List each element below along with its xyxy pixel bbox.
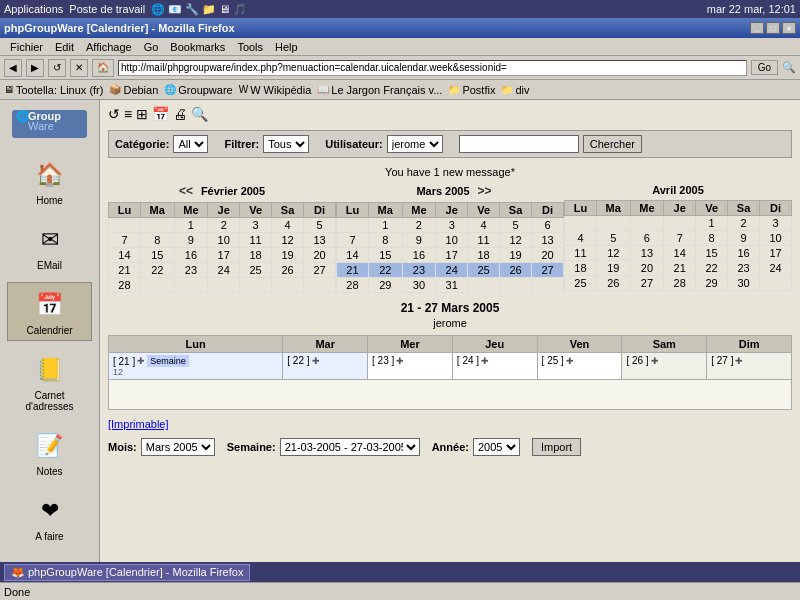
cal-day[interactable]: 4 xyxy=(565,231,597,246)
refresh-icon[interactable]: ↺ xyxy=(108,106,120,122)
bookmark-div[interactable]: 📁 div xyxy=(501,84,529,96)
cal-day[interactable]: 5 xyxy=(304,218,336,233)
cal-day[interactable] xyxy=(630,216,664,231)
forward-button[interactable]: ▶ xyxy=(26,59,44,77)
os-poste[interactable]: Poste de travail xyxy=(69,3,145,15)
cal-day[interactable]: 6 xyxy=(630,231,664,246)
semaine-select[interactable]: 21-03-2005 - 27-03-2005 xyxy=(280,438,420,456)
search-input[interactable] xyxy=(459,135,579,153)
cal-day[interactable]: 8 xyxy=(140,233,174,248)
cal-day[interactable]: 7 xyxy=(109,233,141,248)
chercher-button[interactable]: Chercher xyxy=(583,135,642,153)
cal-day[interactable] xyxy=(664,216,696,231)
cal-day[interactable]: 7 xyxy=(337,233,369,248)
close-button[interactable]: × xyxy=(782,22,796,34)
cal-day[interactable]: 27 xyxy=(532,263,564,278)
cal-day[interactable]: 13 xyxy=(304,233,336,248)
cal-day[interactable]: 11 xyxy=(240,233,272,248)
bookmark-groupware[interactable]: 🌐 Groupware xyxy=(164,84,232,96)
cal-day[interactable]: 20 xyxy=(532,248,564,263)
cal-day[interactable]: 16 xyxy=(402,248,436,263)
cal-day[interactable] xyxy=(596,216,630,231)
cal-day[interactable]: 12 xyxy=(596,246,630,261)
cal-day[interactable]: 5 xyxy=(596,231,630,246)
cal-day[interactable]: 12 xyxy=(272,233,304,248)
menu-fichier[interactable]: Fichier xyxy=(4,40,49,54)
cal-day[interactable]: 29 xyxy=(696,276,728,291)
cal-day[interactable]: 29 xyxy=(368,278,402,293)
menu-bookmarks[interactable]: Bookmarks xyxy=(164,40,231,54)
fevrier-prev-arrow[interactable]: << xyxy=(179,184,193,198)
menu-tools[interactable]: Tools xyxy=(231,40,269,54)
cal-day[interactable]: 23 xyxy=(728,261,760,276)
cal-day[interactable] xyxy=(760,276,792,291)
cal-day[interactable] xyxy=(208,278,240,293)
cal-day[interactable]: 13 xyxy=(532,233,564,248)
cal-day[interactable]: 25 xyxy=(240,263,272,278)
week-day-21[interactable]: [ 21 ] ✚ Semaine 12 xyxy=(109,353,283,380)
cal-day[interactable]: 23 xyxy=(174,263,208,278)
week-day-27[interactable]: [ 27 ] ✚ xyxy=(707,353,792,380)
cal-day[interactable]: 28 xyxy=(337,278,369,293)
cal-day[interactable]: 14 xyxy=(337,248,369,263)
cal-day[interactable]: 12 xyxy=(500,233,532,248)
cal-day[interactable]: 24 xyxy=(208,263,240,278)
cal-day[interactable]: 25 xyxy=(468,263,500,278)
day27-add-icon[interactable]: ✚ xyxy=(735,356,743,366)
cal-day[interactable] xyxy=(109,218,141,233)
cal-day[interactable]: 18 xyxy=(565,261,597,276)
cal-day[interactable]: 25 xyxy=(565,276,597,291)
cal-day[interactable] xyxy=(500,278,532,293)
cal-day[interactable]: 17 xyxy=(760,246,792,261)
cal-day[interactable]: 16 xyxy=(728,246,760,261)
cal-day[interactable]: 1 xyxy=(368,218,402,233)
cal-day[interactable]: 4 xyxy=(272,218,304,233)
cal-day[interactable]: 1 xyxy=(174,218,208,233)
cal-day[interactable]: 31 xyxy=(436,278,468,293)
cal-day[interactable]: 9 xyxy=(174,233,208,248)
home-button[interactable]: 🏠 xyxy=(92,59,114,77)
maximize-button[interactable]: □ xyxy=(766,22,780,34)
cal-day[interactable]: 15 xyxy=(696,246,728,261)
print-icon[interactable]: 🖨 xyxy=(173,106,187,122)
window-controls[interactable]: _ □ × xyxy=(750,22,796,34)
url-input[interactable] xyxy=(118,60,747,76)
cal-day[interactable]: 11 xyxy=(468,233,500,248)
cal-day[interactable]: 23 xyxy=(402,263,436,278)
cal-day[interactable]: 15 xyxy=(140,248,174,263)
cal-day[interactable]: 21 xyxy=(664,261,696,276)
minimize-button[interactable]: _ xyxy=(750,22,764,34)
week-day-23[interactable]: [ 23 ] ✚ xyxy=(368,353,453,380)
cal-day[interactable]: 1 xyxy=(696,216,728,231)
cal-day[interactable]: 22 xyxy=(696,261,728,276)
week-day-22[interactable]: [ 22 ] ✚ xyxy=(283,353,368,380)
sidebar-item-calendrier[interactable]: 📅 Calendrier xyxy=(7,282,92,341)
cal-day[interactable] xyxy=(272,278,304,293)
cal-day[interactable] xyxy=(565,216,597,231)
mois-select[interactable]: Mars 2005 xyxy=(141,438,215,456)
filtrer-select[interactable]: Tous xyxy=(263,135,309,153)
cal-day[interactable]: 15 xyxy=(368,248,402,263)
categorie-select[interactable]: All xyxy=(173,135,208,153)
reload-button[interactable]: ↺ xyxy=(48,59,66,77)
cal-day[interactable] xyxy=(304,278,336,293)
menu-edit[interactable]: Edit xyxy=(49,40,80,54)
mars-next-arrow[interactable]: >> xyxy=(478,184,492,198)
cal-day[interactable]: 3 xyxy=(436,218,468,233)
cal-day[interactable]: 18 xyxy=(468,248,500,263)
cal-day[interactable]: 24 xyxy=(760,261,792,276)
cal-day[interactable]: 8 xyxy=(368,233,402,248)
bookmark-postfix[interactable]: 📁 Postfix xyxy=(448,84,495,96)
cal-day[interactable] xyxy=(140,218,174,233)
week-day-26[interactable]: [ 26 ] ✚ xyxy=(622,353,707,380)
week-day-24[interactable]: [ 24 ] ✚ xyxy=(452,353,537,380)
printable-link[interactable]: [Imprimable] xyxy=(108,418,169,430)
utilisateur-select[interactable]: jerome xyxy=(387,135,443,153)
day25-add-icon[interactable]: ✚ xyxy=(566,356,574,366)
cal-day[interactable]: 19 xyxy=(500,248,532,263)
cal-day[interactable] xyxy=(240,278,272,293)
cal-day[interactable]: 9 xyxy=(402,233,436,248)
cal-day[interactable]: 19 xyxy=(596,261,630,276)
cal-day[interactable] xyxy=(174,278,208,293)
cal-day[interactable]: 20 xyxy=(304,248,336,263)
